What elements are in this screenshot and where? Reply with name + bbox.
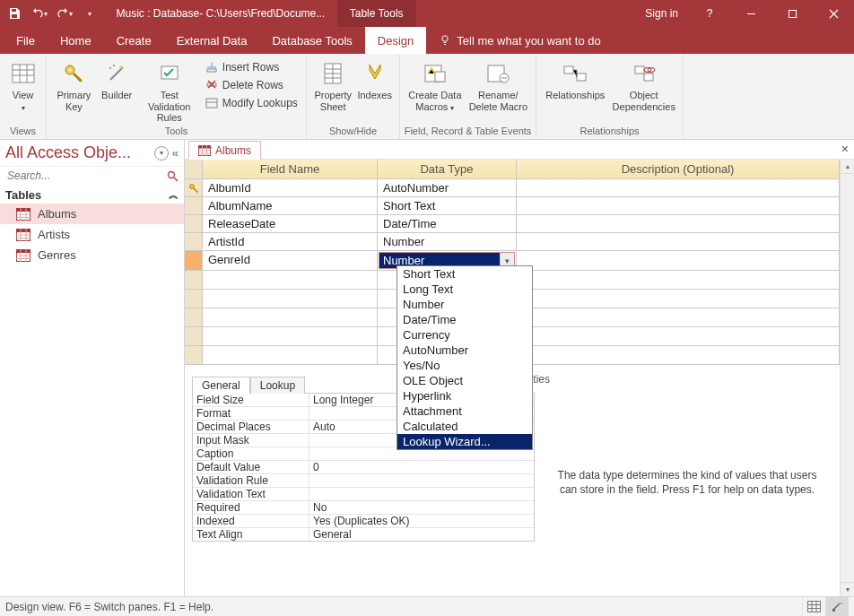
dropdown-item[interactable]: Currency [397,327,532,343]
field-name-cell[interactable]: AlbumName [203,197,378,214]
data-type-cell[interactable]: Number [378,233,517,250]
field-name-cell[interactable]: ReleaseDate [203,215,378,232]
dropdown-item[interactable]: AutoNumber [397,343,532,358]
qat-customize-button[interactable]: ▾ [79,3,100,24]
dropdown-item[interactable]: Long Text [397,282,532,297]
property-row[interactable]: Validation Text [193,488,534,501]
property-value[interactable]: 0 [309,461,534,473]
undo-button[interactable]: ▾ [29,3,50,24]
redo-button[interactable]: ▾ [54,3,75,24]
dropdown-item[interactable]: Date/Time [397,312,532,327]
nav-collapse-button[interactable]: « [169,146,179,160]
prop-tab-lookup[interactable]: Lookup [250,377,305,394]
dropdown-item[interactable]: Lookup Wizard... [397,434,532,449]
description-cell[interactable] [517,215,840,232]
property-row[interactable]: RequiredNo [193,501,534,515]
row-selector-active[interactable] [185,251,203,270]
view-button[interactable]: View▾ [5,57,40,112]
view-datasheet-button[interactable] [802,597,825,617]
dropdown-item[interactable]: Short Text [397,266,532,282]
primary-key-button[interactable]: Primary Key [52,57,96,112]
row-selector[interactable] [185,179,203,196]
tell-me-search[interactable]: Tell me what you want to do [426,27,600,54]
property-value[interactable]: No [309,501,534,514]
close-button[interactable] [813,0,854,27]
property-row[interactable]: IndexedYes (Duplicates OK) [193,515,534,528]
description-cell[interactable] [517,179,840,196]
modify-lookups-button[interactable]: Modify Lookups [203,95,301,111]
description-cell[interactable] [517,233,840,250]
dropdown-item[interactable]: Hyperlink [397,388,532,403]
nav-group-tables[interactable]: Tables ︽ [0,187,184,204]
doc-tab-albums[interactable]: Albums [188,141,261,160]
nav-item-genres[interactable]: Genres [0,245,184,265]
property-row[interactable]: Default Value0 [193,461,534,474]
field-name-cell[interactable]: ArtistId [203,233,378,250]
tab-database-tools[interactable]: Database Tools [259,27,364,54]
group-label-views: Views [0,124,46,139]
col-header-field-name[interactable]: Field Name [203,160,378,178]
svg-rect-19 [577,74,586,81]
object-dependencies-button[interactable]: Object Dependencies [611,57,678,112]
dropdown-item[interactable]: Calculated [397,419,532,434]
design-row[interactable]: ReleaseDate Date/Time [185,215,840,233]
property-sheet-button[interactable]: Property Sheet [312,57,353,112]
row-selector[interactable] [185,215,203,232]
field-name-cell[interactable]: AlbumId [203,179,378,196]
doc-close-button[interactable]: × [841,142,849,156]
design-row[interactable]: AlbumId AutoNumber [185,179,840,197]
data-type-cell[interactable]: Short Text [378,197,517,214]
row-selector[interactable] [185,197,203,214]
col-header-data-type[interactable]: Data Type [378,160,517,178]
rename-delete-macro-button[interactable]: Rename/ Delete Macro [466,57,530,112]
field-name-cell[interactable]: GenreId [203,251,378,270]
data-type-cell[interactable]: AutoNumber [378,179,517,196]
vertical-scrollbar[interactable]: ▴ ▾ [840,160,854,596]
delete-rows-button[interactable]: Delete Rows [203,77,301,93]
indexes-button[interactable]: Indexes [355,57,394,101]
test-validation-button[interactable]: Test Validation Rules [138,57,201,124]
tab-create[interactable]: Create [104,27,164,54]
tab-design[interactable]: Design [365,27,426,54]
property-row[interactable]: Validation Rule [193,474,534,488]
insert-rows-button[interactable]: Insert Rows [203,59,301,75]
property-sheet-icon [318,59,347,88]
property-value[interactable]: General [309,528,534,541]
property-value[interactable] [309,474,534,487]
description-cell[interactable] [517,197,840,214]
data-type-cell[interactable]: Date/Time [378,215,517,232]
dropdown-item[interactable]: Number [397,297,532,312]
relationships-button[interactable]: Relationships [542,57,609,101]
tab-external-data[interactable]: External Data [164,27,260,54]
design-row[interactable]: AlbumName Short Text [185,197,840,215]
help-button[interactable]: ? [689,0,730,27]
tab-home[interactable]: Home [48,27,104,54]
create-data-macros-button[interactable]: Create Data Macros ▾ [405,57,465,112]
nav-item-artists[interactable]: Artists [0,224,184,245]
save-icon[interactable] [4,3,25,24]
design-row[interactable]: ArtistId Number [185,233,840,251]
dropdown-item[interactable]: OLE Object [397,373,532,388]
dropdown-item[interactable]: Attachment [397,403,532,419]
tab-file[interactable]: File [4,27,48,54]
nav-menu-button[interactable]: ▾ [154,146,169,161]
nav-item-albums[interactable]: Albums [0,204,184,224]
view-design-button[interactable] [825,597,849,617]
col-header-description[interactable]: Description (Optional) [517,160,840,178]
maximize-button[interactable] [771,0,813,27]
prop-tab-general[interactable]: General [192,377,250,394]
minimize-button[interactable] [730,0,771,27]
builder-button[interactable]: Builder [98,57,136,101]
property-value[interactable] [309,488,534,500]
property-value[interactable]: Yes (Duplicates OK) [309,515,534,527]
nav-search-input[interactable] [5,169,167,183]
sign-in-link[interactable]: Sign in [634,0,689,27]
property-row[interactable]: Text AlignGeneral [193,528,534,541]
row-selector[interactable] [185,233,203,250]
description-cell[interactable] [517,251,840,270]
dropdown-item[interactable]: Yes/No [397,358,532,373]
data-type-dropdown[interactable]: Short TextLong TextNumberDate/TimeCurren… [396,265,533,450]
search-icon[interactable] [167,170,179,182]
nav-title[interactable]: All Access Obje... [5,143,154,162]
select-all-cell[interactable] [185,160,203,178]
